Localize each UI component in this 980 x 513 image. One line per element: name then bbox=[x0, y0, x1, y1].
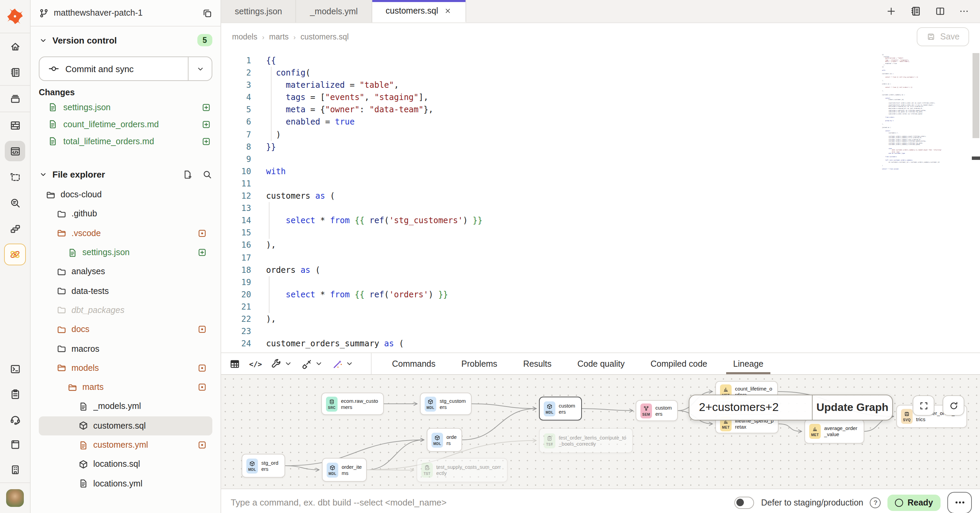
activity-item-building[interactable] bbox=[5, 460, 25, 480]
wand-icon[interactable] bbox=[332, 358, 343, 369]
code-line[interactable]: 20 select * from {{ ref('orders') }} bbox=[221, 289, 980, 301]
code-line[interactable]: 10with bbox=[221, 165, 980, 178]
code-line[interactable]: 13 bbox=[221, 202, 980, 214]
lineage-canvas[interactable]: SRC ecom.raw_customers MDL stg_customers… bbox=[221, 374, 980, 489]
activity-item-home[interactable] bbox=[5, 36, 25, 56]
tree-item-marts[interactable]: marts bbox=[39, 378, 212, 397]
tree-item-docs-cloud[interactable]: docs-cloud bbox=[39, 185, 212, 205]
code-icon[interactable]: </> bbox=[249, 360, 262, 368]
command-input[interactable]: Type a command, ex. dbt build --select <… bbox=[231, 497, 447, 508]
tree-item-data-tests[interactable]: data-tests bbox=[39, 281, 212, 301]
chevron-down-icon[interactable] bbox=[284, 359, 293, 368]
activity-item-layers[interactable] bbox=[5, 89, 25, 109]
tree-item-locations.yml[interactable]: locations.yml bbox=[39, 474, 212, 493]
code-line[interactable]: 9 bbox=[221, 153, 980, 165]
code-line[interactable]: 18orders as ( bbox=[221, 264, 980, 276]
code-line[interactable]: 14 select * from {{ ref('stg_customers')… bbox=[221, 214, 980, 227]
copy-branch-icon[interactable] bbox=[202, 8, 212, 18]
code-line[interactable]: 21 bbox=[221, 301, 980, 313]
panel-tab-Compiled code[interactable]: Compiled code bbox=[648, 353, 710, 374]
activity-item-book[interactable] bbox=[5, 434, 25, 455]
commit-and-sync-button[interactable]: Commit and sync bbox=[39, 56, 212, 81]
dbt-logo[interactable] bbox=[0, 0, 30, 33]
lineage-node-src_raw_customers[interactable]: SRC ecom.raw_customers bbox=[321, 392, 384, 415]
code-line[interactable]: 22), bbox=[221, 313, 980, 325]
defer-toggle[interactable] bbox=[735, 496, 754, 508]
activity-item-code-window[interactable] bbox=[5, 141, 25, 161]
code-line[interactable]: 16), bbox=[221, 239, 980, 251]
code-line[interactable]: 11 bbox=[221, 178, 980, 190]
table-icon[interactable] bbox=[229, 358, 240, 369]
code-line[interactable]: 6 enabled = true bbox=[221, 116, 980, 128]
activity-item-headset[interactable] bbox=[5, 409, 25, 430]
editor-tab-_models.yml[interactable]: _models.yml bbox=[296, 0, 372, 22]
tree-item-analyses[interactable]: analyses bbox=[39, 262, 212, 281]
code-line[interactable]: 7 ) bbox=[221, 128, 980, 140]
panel-tab-Code quality[interactable]: Code quality bbox=[575, 353, 627, 374]
ide-status-badge[interactable]: Ready bbox=[888, 494, 940, 511]
activity-item-bricks[interactable] bbox=[5, 115, 25, 135]
new-file-icon[interactable] bbox=[182, 169, 192, 179]
changed-file-row[interactable]: settings.json bbox=[39, 98, 212, 116]
stage-add-icon[interactable] bbox=[202, 119, 211, 129]
lineage-refresh-button[interactable] bbox=[943, 395, 964, 416]
code-line[interactable]: 5 meta = {"owner": "data-team"}, bbox=[221, 104, 980, 116]
stage-add-icon[interactable] bbox=[202, 102, 211, 112]
code-line[interactable]: 24customer_orders_summary as ( bbox=[221, 337, 980, 350]
tree-item-settings.json[interactable]: settings.json bbox=[39, 243, 212, 262]
tree-item-customers.yml[interactable]: customers.yml bbox=[39, 435, 212, 455]
panel-tab-Lineage[interactable]: Lineage bbox=[730, 353, 766, 374]
tree-item-models[interactable]: models bbox=[39, 358, 212, 378]
tree-item-locations.sql[interactable]: locations.sql bbox=[39, 454, 212, 474]
code-editor[interactable]: 1{{2 config(3 materialized = "table",4 t… bbox=[221, 50, 980, 353]
editor-scrollbar[interactable] bbox=[972, 50, 980, 353]
tree-item-_models.yml[interactable]: _models.yml bbox=[39, 397, 212, 416]
changed-file-row[interactable]: total_lifetime_orders.md bbox=[39, 133, 212, 150]
new-tab-icon[interactable] bbox=[886, 6, 896, 16]
editor-tab-settings.json[interactable]: settings.json bbox=[221, 0, 296, 22]
activity-item-search-doc[interactable] bbox=[5, 192, 25, 213]
lineage-node-customers_mdl[interactable]: MDL customers bbox=[539, 397, 582, 421]
code-line[interactable]: 23 bbox=[221, 325, 980, 337]
editor-tab-customers.sql[interactable]: customers.sql bbox=[372, 0, 466, 22]
lineage-node-order_items[interactable]: MDL order_items bbox=[322, 458, 367, 482]
tree-item-.vscode[interactable]: .vscode bbox=[39, 224, 212, 243]
tree-item-.github[interactable]: .github bbox=[39, 205, 212, 224]
lineage-node-orders[interactable]: MDL orders bbox=[427, 428, 462, 452]
activity-item-terminal[interactable] bbox=[5, 359, 25, 379]
notebook-panel-icon[interactable] bbox=[910, 5, 921, 17]
save-button[interactable]: Save bbox=[916, 27, 969, 46]
more-options-button[interactable] bbox=[947, 492, 972, 513]
wrench-icon[interactable] bbox=[271, 358, 282, 369]
changed-file-row[interactable]: count_lifetime_orders.md bbox=[39, 116, 212, 133]
code-line[interactable]: 15 bbox=[221, 227, 980, 239]
panel-tab-Problems[interactable]: Problems bbox=[459, 353, 500, 374]
activity-item-flow[interactable] bbox=[5, 218, 25, 239]
chevron-down-icon[interactable] bbox=[345, 359, 354, 368]
code-line[interactable]: 2 config( bbox=[221, 67, 980, 79]
code-line[interactable]: 19 bbox=[221, 276, 980, 288]
tree-item-macros[interactable]: macros bbox=[39, 339, 212, 359]
brush-icon[interactable] bbox=[301, 358, 312, 369]
update-graph-button[interactable]: Update Graph bbox=[812, 395, 892, 420]
lineage-node-customers_sem[interactable]: SEM customers bbox=[636, 400, 678, 421]
code-line[interactable]: 8}} bbox=[221, 140, 980, 153]
split-editor-icon[interactable] bbox=[935, 6, 945, 16]
user-avatar[interactable] bbox=[6, 489, 24, 507]
code-line[interactable]: 17 bbox=[221, 251, 980, 264]
help-icon[interactable]: ? bbox=[870, 497, 881, 508]
chevron-down-icon[interactable] bbox=[314, 359, 323, 368]
panel-tab-Commands[interactable]: Commands bbox=[389, 353, 438, 374]
activity-item-notebook[interactable] bbox=[5, 62, 25, 82]
stage-add-icon[interactable] bbox=[202, 137, 211, 146]
lineage-fullscreen-button[interactable] bbox=[913, 395, 934, 416]
tab-overflow-menu-icon[interactable] bbox=[959, 6, 969, 16]
lineage-node-test_order_items[interactable]: TST test_order_items_compute_to_bools_co… bbox=[539, 428, 633, 453]
activity-item-clipboard[interactable] bbox=[5, 384, 25, 405]
code-line[interactable]: 1{{ bbox=[221, 54, 980, 67]
close-tab-icon[interactable] bbox=[444, 7, 452, 15]
activity-item-atom[interactable] bbox=[4, 244, 26, 265]
lineage-selector-input[interactable]: 2+customers+2 bbox=[689, 395, 812, 420]
lineage-node-stg_orders[interactable]: MDL stg_orders bbox=[242, 454, 285, 478]
search-files-icon[interactable] bbox=[202, 169, 212, 179]
